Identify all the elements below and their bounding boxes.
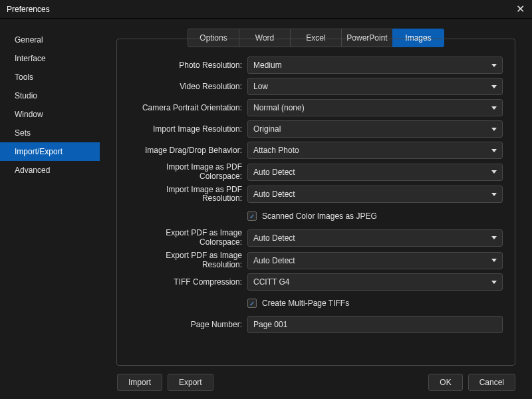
label-import-image-resolution: Import Image Resolution:	[129, 124, 247, 134]
select-value: Auto Detect	[253, 190, 295, 199]
select-video-resolution[interactable]: Low	[247, 78, 503, 95]
input-value: Page 001	[253, 320, 287, 329]
titlebar: Preferences ✕	[0, 0, 532, 19]
select-tiff-compression[interactable]: CCITT G4	[247, 273, 503, 291]
label-page-number: Page Number:	[129, 320, 247, 329]
checkbox-create-multipage-tiffs[interactable]: ✓	[247, 299, 257, 308]
select-value: CCITT G4	[253, 277, 289, 287]
row-camera-portrait-orientation: Camera Portrait Orientation: Normal (non…	[129, 99, 503, 116]
label-import-image-pdf-colorspace: Import Image as PDF Colorspace:	[129, 163, 247, 182]
chevron-down-icon	[491, 106, 497, 110]
label-export-pdf-image-colorspace: Export PDF as Image Colorspace:	[129, 229, 247, 247]
select-value: Auto Detect	[253, 233, 295, 243]
row-import-image-resolution: Import Image Resolution: Original	[129, 120, 503, 138]
select-value: Medium	[253, 61, 282, 70]
row-tiff-compression: TIFF Compression: CCITT G4	[129, 273, 503, 291]
chevron-down-icon	[491, 193, 497, 196]
select-camera-portrait-orientation[interactable]: Normal (none)	[247, 99, 503, 116]
label-export-pdf-image-resolution: Export PDF as Image Resolution:	[129, 251, 247, 270]
sidebar-item-label: Window	[15, 110, 43, 119]
sidebar-item-label: General	[15, 35, 43, 45]
label-photo-resolution: Photo Resolution:	[129, 61, 247, 70]
select-import-image-pdf-colorspace[interactable]: Auto Detect	[247, 164, 503, 181]
chevron-down-icon	[491, 281, 497, 284]
row-video-resolution: Video Resolution: Low	[129, 78, 503, 95]
sidebar-item-interface[interactable]: Interface	[0, 49, 100, 68]
settings-panel: Photo Resolution: Medium Video Resolutio…	[116, 39, 515, 366]
footer: Import Export OK Cancel	[0, 366, 532, 399]
sidebar-item-label: Sets	[15, 128, 31, 138]
sidebar: General Interface Tools Studio Window Se…	[0, 19, 100, 366]
row-import-image-pdf-colorspace: Import Image as PDF Colorspace: Auto Det…	[129, 163, 503, 182]
sidebar-item-label: Advanced	[15, 166, 50, 175]
chevron-down-icon	[491, 170, 497, 174]
select-value: Original	[253, 124, 281, 134]
select-export-pdf-image-resolution[interactable]: Auto Detect	[247, 252, 503, 269]
sidebar-item-tools[interactable]: Tools	[0, 68, 100, 86]
export-button[interactable]: Export	[168, 374, 213, 391]
dialog-body: General Interface Tools Studio Window Se…	[0, 19, 532, 366]
button-label: Import	[128, 378, 151, 387]
close-icon[interactable]: ✕	[515, 3, 525, 15]
sidebar-item-general[interactable]: General	[0, 31, 100, 49]
sidebar-item-label: Interface	[15, 54, 46, 63]
label-video-resolution: Video Resolution:	[129, 82, 247, 91]
sidebar-item-label: Tools	[15, 72, 33, 82]
sidebar-item-label: Studio	[15, 91, 37, 100]
button-label: Export	[179, 378, 202, 387]
select-image-drag-drop-behavior[interactable]: Attach Photo	[247, 142, 503, 159]
row-image-drag-drop-behavior: Image Drag/Drop Behavior: Attach Photo	[129, 142, 503, 159]
select-import-image-pdf-resolution[interactable]: Auto Detect	[247, 186, 503, 203]
window-title: Preferences	[7, 5, 50, 14]
cancel-button[interactable]: Cancel	[468, 374, 515, 391]
checkbox-label: Scanned Color Images as JPEG	[262, 211, 377, 221]
row-create-multipage-tiffs: ✓ Create Multi-Page TIFFs	[129, 295, 503, 312]
input-page-number[interactable]: Page 001	[247, 316, 503, 333]
sidebar-item-label: Import/Export	[15, 147, 63, 156]
chevron-down-icon	[491, 64, 497, 67]
main-area: Options Word Excel PowerPoint Images Pho…	[100, 19, 532, 366]
label-tiff-compression: TIFF Compression:	[129, 277, 247, 287]
row-import-image-pdf-resolution: Import Image as PDF Resolution: Auto Det…	[129, 186, 503, 204]
sidebar-item-import-export[interactable]: Import/Export	[0, 142, 100, 161]
row-photo-resolution: Photo Resolution: Medium	[129, 57, 503, 74]
chevron-down-icon	[491, 259, 497, 262]
button-label: Cancel	[479, 378, 504, 387]
row-page-number: Page Number: Page 001	[129, 316, 503, 333]
chevron-down-icon	[491, 149, 497, 152]
sidebar-item-window[interactable]: Window	[0, 105, 100, 124]
chevron-down-icon	[491, 85, 497, 88]
select-value: Attach Photo	[253, 146, 299, 155]
label-import-image-pdf-resolution: Import Image as PDF Resolution:	[129, 186, 247, 204]
select-value: Auto Detect	[253, 256, 295, 265]
button-label: OK	[440, 378, 451, 387]
select-value: Normal (none)	[253, 103, 305, 112]
row-scanned-color-images-jpeg: ✓ Scanned Color Images as JPEG	[129, 207, 503, 225]
select-value: Auto Detect	[253, 168, 295, 177]
chevron-down-icon	[491, 128, 497, 131]
label-image-drag-drop-behavior: Image Drag/Drop Behavior:	[129, 146, 247, 155]
select-photo-resolution[interactable]: Medium	[247, 57, 503, 74]
sidebar-item-studio[interactable]: Studio	[0, 86, 100, 105]
chevron-down-icon	[491, 236, 497, 239]
row-export-pdf-image-resolution: Export PDF as Image Resolution: Auto Det…	[129, 251, 503, 270]
sidebar-item-advanced[interactable]: Advanced	[0, 161, 100, 180]
label-camera-portrait-orientation: Camera Portrait Orientation:	[129, 103, 247, 112]
checkbox-label: Create Multi-Page TIFFs	[262, 299, 349, 308]
select-value: Low	[253, 82, 268, 91]
row-export-pdf-image-colorspace: Export PDF as Image Colorspace: Auto Det…	[129, 229, 503, 247]
checkbox-scanned-color-images-jpeg[interactable]: ✓	[247, 211, 257, 221]
sidebar-item-sets[interactable]: Sets	[0, 124, 100, 142]
select-export-pdf-image-colorspace[interactable]: Auto Detect	[247, 229, 503, 247]
import-button[interactable]: Import	[117, 374, 162, 391]
ok-button[interactable]: OK	[428, 374, 462, 391]
select-import-image-resolution[interactable]: Original	[247, 120, 503, 138]
